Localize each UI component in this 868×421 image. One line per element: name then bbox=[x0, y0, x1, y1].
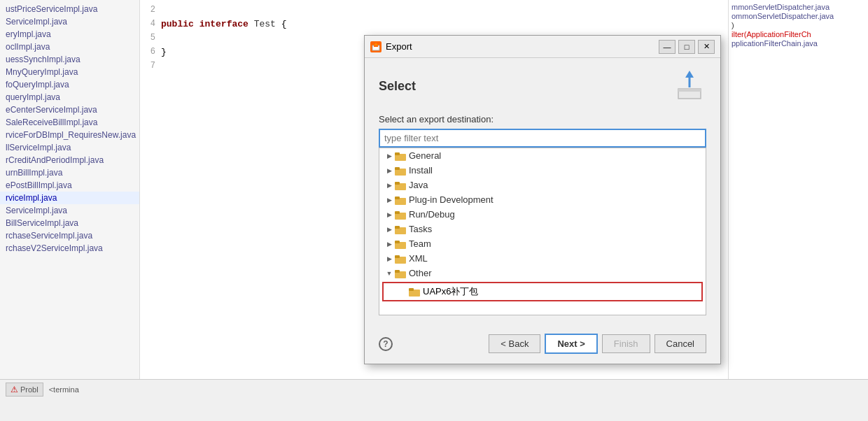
tree-label-java: Java bbox=[409, 180, 428, 190]
tree-item-uapx6[interactable]: UAPx6补丁包 bbox=[382, 282, 703, 301]
file-item-active[interactable]: rviceImpl.java bbox=[0, 192, 139, 204]
dialog-title-text: Export bbox=[386, 41, 412, 52]
file-item[interactable]: ePostBillImpl.java bbox=[0, 179, 139, 192]
tree-arrow-general[interactable] bbox=[385, 152, 393, 160]
file-item[interactable]: BillServiceImpl.java bbox=[0, 217, 139, 229]
help-button[interactable]: ? bbox=[379, 337, 393, 351]
tree-item-tasks[interactable]: Tasks bbox=[379, 222, 706, 236]
folder-icon-java bbox=[395, 180, 406, 190]
svg-rect-24 bbox=[395, 270, 400, 273]
tree-arrow-rundebug[interactable] bbox=[385, 210, 393, 219]
svg-rect-18 bbox=[395, 226, 400, 229]
file-item[interactable]: rviceForDBImpl_RequiresNew.java bbox=[0, 129, 139, 141]
folder-icon-tasks bbox=[395, 224, 406, 234]
tree-item-team[interactable]: Team bbox=[379, 236, 706, 251]
left-file-panel: ustPriceServiceImpl.java ServiceImpl.jav… bbox=[0, 0, 140, 421]
tree-label-xml: XML bbox=[409, 253, 428, 264]
tree-label-other: Other bbox=[409, 268, 432, 278]
dialog-footer: ? < Back Next > Finish Cancel bbox=[365, 327, 720, 364]
problems-label: Probl bbox=[20, 385, 38, 394]
svg-rect-22 bbox=[395, 255, 400, 258]
svg-rect-16 bbox=[395, 211, 400, 214]
file-item[interactable]: urnBillImpl.java bbox=[0, 166, 139, 179]
tree-arrow-install[interactable] bbox=[385, 166, 393, 175]
file-item[interactable]: eCenterServiceImpl.java bbox=[0, 104, 139, 116]
tree-item-other[interactable]: Other bbox=[379, 266, 706, 280]
export-large-icon bbox=[673, 69, 706, 103]
svg-rect-10 bbox=[395, 167, 400, 170]
tree-arrow-xml[interactable] bbox=[385, 255, 393, 263]
dialog-titlebar: Export — □ ✕ bbox=[365, 36, 720, 58]
tree-arrow-team[interactable] bbox=[385, 240, 393, 248]
tree-item-java[interactable]: Java bbox=[379, 178, 706, 192]
tree-label-general: General bbox=[409, 150, 441, 161]
svg-rect-26 bbox=[409, 288, 414, 291]
maximize-button[interactable]: □ bbox=[678, 40, 695, 54]
svg-rect-20 bbox=[395, 241, 400, 243]
folder-icon-team bbox=[395, 239, 406, 249]
folder-icon-install bbox=[395, 166, 406, 176]
tree-arrow-other[interactable] bbox=[385, 269, 393, 278]
tree-label-rundebug: Run/Debug bbox=[409, 209, 455, 220]
tree-arrow-plugin[interactable] bbox=[385, 196, 393, 204]
file-item[interactable]: ustPriceServiceImpl.java bbox=[0, 3, 139, 15]
footer-left: ? bbox=[379, 337, 393, 351]
tree-item-plugin[interactable]: Plug-in Development bbox=[379, 192, 706, 207]
folder-icon-plugin bbox=[395, 195, 406, 205]
filter-input[interactable] bbox=[379, 129, 706, 148]
dialog-header-row: Select bbox=[379, 69, 706, 103]
tree-label-install: Install bbox=[409, 165, 433, 176]
finish-button[interactable]: Finish bbox=[602, 334, 650, 353]
svg-marker-5 bbox=[685, 71, 694, 78]
cancel-button[interactable]: Cancel bbox=[654, 334, 706, 353]
next-button[interactable]: Next > bbox=[545, 334, 597, 354]
tree-arrow-tasks[interactable] bbox=[385, 225, 393, 234]
file-item[interactable]: eryImpl.java bbox=[0, 28, 139, 41]
file-item[interactable]: oclImpl.java bbox=[0, 41, 139, 53]
folder-icon-general bbox=[395, 151, 406, 161]
file-item[interactable]: uessSynchImpl.java bbox=[0, 53, 139, 66]
tree-item-general[interactable]: General bbox=[379, 148, 706, 163]
svg-rect-8 bbox=[395, 152, 400, 155]
back-button[interactable]: < Back bbox=[489, 334, 540, 353]
file-item[interactable]: ServiceImpl.java bbox=[0, 204, 139, 217]
file-item[interactable]: rCreditAndPeriodImpl.java bbox=[0, 154, 139, 166]
export-tree: General Install Java bbox=[379, 148, 706, 315]
svg-rect-14 bbox=[395, 197, 400, 199]
folder-icon-other bbox=[395, 269, 406, 278]
svg-rect-6 bbox=[678, 89, 701, 92]
tree-item-install[interactable]: Install bbox=[379, 163, 706, 178]
tree-label-tasks: Tasks bbox=[409, 224, 432, 234]
dialog-body: Select Select an export destination: bbox=[365, 58, 720, 327]
tree-item-xml[interactable]: XML bbox=[379, 251, 706, 266]
folder-icon-uapx6 bbox=[409, 287, 420, 297]
bottom-bar: ⚠ Probl <termina bbox=[0, 379, 868, 421]
tree-label-plugin: Plug-in Development bbox=[409, 194, 493, 205]
terminal-text: <termina bbox=[49, 385, 79, 394]
minimize-button[interactable]: — bbox=[659, 40, 676, 54]
file-item[interactable]: rchaseServiceImpl.java bbox=[0, 229, 139, 242]
tree-item-rundebug[interactable]: Run/Debug bbox=[379, 207, 706, 222]
folder-icon-xml bbox=[395, 254, 406, 264]
tree-arrow-java[interactable] bbox=[385, 181, 393, 190]
problems-icon: ⚠ bbox=[10, 385, 18, 394]
file-item[interactable]: SaleReceiveBillImpl.java bbox=[0, 116, 139, 129]
dialog-header-title: Select bbox=[379, 79, 416, 94]
export-dialog: Export — □ ✕ Select bbox=[364, 35, 721, 364]
close-button[interactable]: ✕ bbox=[698, 40, 715, 54]
right-panel: mmonServletDispatcher.java ommonServletD… bbox=[728, 0, 868, 421]
dialog-title-group: Export bbox=[370, 41, 412, 52]
export-dialog-icon bbox=[370, 41, 382, 52]
problems-tab[interactable]: ⚠ Probl bbox=[6, 383, 43, 397]
file-item[interactable]: foQueryImpl.java bbox=[0, 78, 139, 91]
file-item[interactable]: ServiceImpl.java bbox=[0, 15, 139, 28]
footer-buttons: < Back Next > Finish Cancel bbox=[489, 334, 706, 354]
file-item[interactable]: MnyQueryImpl.java bbox=[0, 66, 139, 78]
svg-rect-12 bbox=[395, 182, 400, 185]
file-item[interactable]: llServiceImpl.java bbox=[0, 141, 139, 154]
destination-label: Select an export destination: bbox=[379, 114, 706, 124]
folder-icon-rundebug bbox=[395, 210, 406, 220]
file-item[interactable]: queryImpl.java bbox=[0, 91, 139, 104]
file-item[interactable]: rchaseV2ServiceImpl.java bbox=[0, 242, 139, 255]
tree-label-team: Team bbox=[409, 238, 431, 249]
